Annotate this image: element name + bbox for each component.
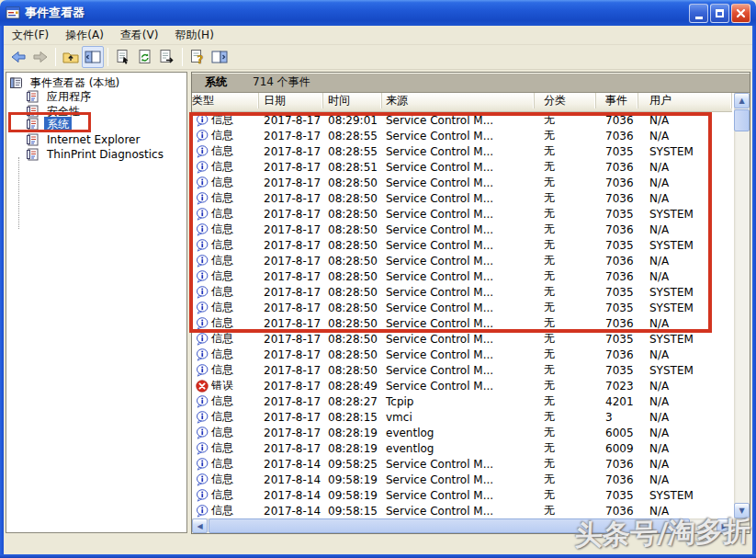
sidebar-item-label: Internet Explorer [44,133,142,146]
log-name: 系统 [205,74,227,90]
info-icon [196,270,209,283]
event-viewer-icon [6,6,20,20]
show-hide-tree-icon [84,48,102,66]
event-rows: 信息 2017-8-17 08:29:01 Service Control M.… [192,112,732,518]
table-row[interactable]: 信息 2017-8-17 08:28:50 Service Control M.… [192,347,732,362]
show-hide-tree-button[interactable] [82,46,104,68]
show-hide-preview-button[interactable] [209,46,231,68]
info-icon [196,239,209,252]
forward-icon [31,48,50,66]
forward-button[interactable] [29,46,51,68]
refresh-button[interactable] [134,46,156,68]
sidebar-item-4[interactable]: ThinPrint Diagnostics [26,147,166,162]
export-list-button[interactable] [156,46,178,68]
toolbar-separator [107,48,108,66]
table-row[interactable]: 信息 2017-8-17 08:28:50 Service Control M.… [192,268,732,284]
table-row[interactable]: 信息 2017-8-17 08:28:19 eventlog 无 6005 N/… [192,425,732,440]
table-row[interactable]: 信息 2017-8-17 08:28:15 vmci 无 3 N/A [192,409,732,425]
table-row[interactable]: 信息 2017-8-17 08:28:50 Service Control M.… [192,175,732,190]
tree-connector [18,157,19,229]
info-icon [196,473,209,486]
export-list-icon [158,48,176,66]
column-header-6[interactable]: 用户 [638,93,732,108]
minimize-icon [695,17,703,19]
scroll-up-button[interactable]: ▲ [734,93,750,108]
table-row[interactable]: 信息 2017-8-17 08:28:50 Service Control M.… [192,237,732,253]
maximize-button[interactable] [710,4,729,23]
log-summary-band: 系统 714 个事件 [192,73,750,93]
column-header-0[interactable]: 类型 [192,93,259,108]
table-row[interactable]: 信息 2017-8-17 08:28:50 Service Control M.… [192,253,732,268]
table-row[interactable]: 信息 2017-8-17 08:28:50 Service Control M.… [192,190,732,206]
console-tree-panel: 事件查看器 (本地)应用程序安全性系统Internet ExplorerThin… [6,72,187,533]
maximize-icon [716,9,724,17]
info-icon [196,177,209,189]
minimize-button[interactable] [689,4,708,23]
info-icon [196,458,209,471]
vertical-scroll-thumb[interactable] [734,109,750,131]
table-row[interactable]: 信息 2017-8-17 08:28:19 eventlog 无 6009 N/… [192,440,732,456]
column-header-4[interactable]: 分类 [535,93,596,108]
column-header-3[interactable]: 来源 [382,93,535,108]
back-icon [9,48,28,66]
close-button[interactable] [731,4,750,23]
table-row[interactable]: 信息 2017-8-14 09:58:19 Service Control M.… [192,487,732,503]
log-icon [9,76,24,89]
window-title: 事件查看器 [25,5,689,21]
menu-item-1[interactable]: 操作(A) [57,26,112,45]
info-icon [196,442,209,455]
column-header-2[interactable]: 时间 [323,93,382,108]
log-icon [26,90,40,103]
event-list-panel: 系统 714 个事件 类型日期时间来源分类事件用户 信息 2017-8-17 0… [191,72,750,534]
info-icon [196,364,209,377]
table-row[interactable]: 信息 2017-8-17 08:28:50 Service Control M.… [192,331,732,347]
table-row[interactable]: 信息 2017-8-17 08:28:50 Service Control M.… [192,315,732,331]
table-row[interactable]: 信息 2017-8-14 09:58:25 Service Control M.… [192,456,732,472]
table-row[interactable]: 信息 2017-8-17 08:28:50 Service Control M.… [192,284,732,300]
table-row[interactable]: 错误 2017-8-17 08:28:49 Service Control M.… [192,378,732,393]
up-one-level-icon [62,48,80,66]
column-header-5[interactable]: 事件 [596,93,638,108]
table-row[interactable]: 信息 2017-8-17 08:28:50 Service Control M.… [192,300,732,315]
scroll-left-button[interactable]: ◀ [192,518,208,533]
event-count: 714 个事件 [253,74,310,90]
info-icon [196,317,209,330]
sidebar-item-3[interactable]: Internet Explorer [26,132,142,147]
sidebar-item-2[interactable]: 系统 [26,117,72,131]
sidebar-item-label: 系统 [44,117,72,132]
table-row[interactable]: 信息 2017-8-17 08:29:01 Service Control M.… [192,112,732,128]
column-header-row: 类型日期时间来源分类事件用户 [192,93,732,112]
info-icon [196,145,209,158]
table-row[interactable]: 信息 2017-8-17 08:28:50 Service Control M.… [192,206,732,222]
menu-item-3[interactable]: 帮助(H) [166,26,221,45]
close-icon [736,8,746,18]
sidebar-item-0[interactable]: 应用程序 [26,89,94,104]
table-row[interactable]: 信息 2017-8-17 08:28:55 Service Control M.… [192,143,732,159]
info-icon [196,114,209,127]
svg-text:?: ? [197,53,204,66]
refresh-icon [136,48,154,66]
up-one-level-button[interactable] [60,46,82,68]
table-row[interactable]: 信息 2017-8-17 08:28:51 Service Control M.… [192,159,732,175]
back-button[interactable] [7,46,29,68]
table-row[interactable]: 信息 2017-8-17 08:28:50 Service Control M.… [192,222,732,237]
menu-item-0[interactable]: 文件(F) [4,26,57,45]
event-viewer-window: 事件查看器 文件(F)操作(A)查看(V)帮助(H) [0,0,756,558]
sidebar-item-label: 应用程序 [44,89,94,105]
window-border-bottom [0,554,756,558]
table-row[interactable]: 信息 2017-8-17 08:28:50 Service Control M.… [192,362,732,378]
table-row[interactable]: 信息 2017-8-14 09:58:19 Service Control M.… [192,472,732,487]
table-row[interactable]: 信息 2017-8-17 08:28:55 Service Control M.… [192,128,732,143]
info-icon [196,411,209,424]
vertical-scrollbar[interactable]: ▲ ▼ [734,93,750,518]
title-bar[interactable]: 事件查看器 [0,0,756,26]
properties-button[interactable] [112,46,134,68]
info-icon [196,505,209,518]
column-header-1[interactable]: 日期 [259,93,323,108]
info-icon [196,333,209,346]
menu-item-2[interactable]: 查看(V) [112,26,167,45]
window-border-right [752,22,756,558]
error-icon [196,380,209,393]
help-button[interactable]: ? [186,46,209,68]
table-row[interactable]: 信息 2017-8-17 08:28:27 Tcpip 无 4201 N/A [192,393,732,409]
